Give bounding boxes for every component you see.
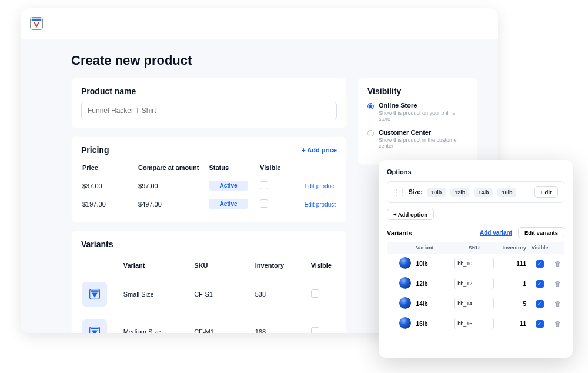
overlay-variant-row: 12lb 1 ✓ 🗑: [387, 274, 564, 294]
svg-rect-1: [32, 19, 42, 21]
option-row: ⋮⋮ Size: 10lb 12lb 14lb 16lb Edit: [387, 181, 564, 203]
ov-variant-name: 16lb: [414, 314, 449, 334]
price-value: $197.00: [82, 195, 137, 212]
pricing-header-status: Status: [209, 161, 259, 176]
ov-variant-name: 12lb: [414, 274, 449, 294]
ov-sku-input[interactable]: [454, 278, 494, 289]
compare-value: $497.00: [138, 195, 208, 212]
visibility-sub: Show this product in the customer center: [379, 137, 468, 149]
variant-thumb-icon[interactable]: [82, 319, 107, 333]
ov-header-visible: Visible: [529, 242, 551, 254]
variant-row: Medium Size CF-M1 168: [82, 314, 336, 333]
visibility-label: Online Store: [379, 102, 468, 109]
variants-header-sku: SKU: [194, 256, 254, 275]
options-title: Options: [387, 168, 564, 175]
option-chip[interactable]: 14lb: [474, 188, 493, 197]
pricing-header-compare: Compare at amount: [138, 161, 208, 176]
variant-image-icon[interactable]: [399, 297, 411, 309]
price-value: $37.00: [82, 177, 137, 194]
page-title: Create new product: [71, 53, 478, 68]
ov-header-variant: Variant: [414, 242, 449, 254]
ov-inventory: 111: [499, 254, 529, 274]
radio-icon[interactable]: [368, 103, 374, 109]
drag-handle-icon[interactable]: ⋮⋮: [393, 188, 404, 197]
ov-variant-name: 14lb: [414, 294, 449, 314]
variant-visible-checkbox[interactable]: [311, 327, 319, 333]
variant-sku: CF-M1: [194, 314, 254, 333]
app-logo-icon: [30, 17, 43, 30]
option-chip[interactable]: 16lb: [497, 188, 516, 197]
pricing-title: Pricing: [81, 145, 109, 155]
variant-image-icon[interactable]: [399, 317, 411, 329]
status-badge[interactable]: Active: [209, 181, 248, 191]
variant-visible-checkbox[interactable]: [311, 289, 319, 298]
edit-variants-button[interactable]: Edit variants: [518, 227, 564, 238]
edit-product-link[interactable]: Edit product: [305, 201, 336, 208]
trash-icon[interactable]: 🗑: [554, 280, 561, 287]
pricing-row: $37.00 $97.00 Active Edit product: [82, 177, 336, 194]
product-name-input[interactable]: [81, 102, 337, 119]
edit-option-button[interactable]: Edit: [534, 186, 558, 198]
variant-image-icon[interactable]: [399, 257, 411, 269]
variant-name: Small Size: [123, 276, 193, 312]
trash-icon[interactable]: 🗑: [554, 300, 561, 307]
svg-rect-5: [91, 328, 98, 329]
add-variant-link[interactable]: Add variant: [480, 229, 512, 236]
visibility-title: Visibility: [368, 86, 468, 96]
edit-product-link[interactable]: Edit product: [305, 183, 336, 189]
pricing-table: Price Compare at amount Status Visible $…: [81, 159, 337, 214]
variant-thumb-icon[interactable]: [82, 282, 107, 307]
ov-inventory: 11: [499, 314, 529, 334]
overlay-variant-row: 16lb 11 ✓ 🗑: [387, 314, 564, 334]
ov-visible-checkbox[interactable]: ✓: [536, 320, 544, 328]
status-badge[interactable]: Active: [209, 199, 248, 209]
trash-icon[interactable]: 🗑: [554, 260, 561, 267]
option-chip[interactable]: 10lb: [427, 188, 446, 197]
pricing-header-visible: Visible: [260, 161, 297, 176]
variants-title: Variants: [81, 239, 337, 249]
ov-sku-input[interactable]: [454, 318, 494, 329]
visible-checkbox[interactable]: [260, 199, 268, 208]
ov-visible-checkbox[interactable]: ✓: [536, 280, 544, 288]
visibility-card: Visibility Online Store Show this produc…: [358, 78, 478, 165]
add-price-link[interactable]: + Add price: [302, 146, 337, 154]
ov-sku-input[interactable]: [454, 298, 494, 309]
variant-image-icon[interactable]: [399, 277, 411, 289]
pricing-row: $197.00 $497.00 Active Edit product: [82, 195, 336, 212]
ov-variant-name: 10lb: [414, 254, 449, 274]
visibility-option[interactable]: Customer Center Show this product in the…: [368, 129, 468, 149]
variants-table: Variant SKU Inventory Visible Small Size…: [81, 255, 337, 333]
overlay-variant-row: 10lb 111 ✓ 🗑: [387, 254, 564, 274]
ov-visible-checkbox[interactable]: ✓: [536, 300, 544, 308]
variant-row: Small Size CF-S1 538: [82, 276, 336, 312]
ov-header-sku: SKU: [449, 242, 499, 254]
ov-visible-checkbox[interactable]: ✓: [536, 260, 544, 268]
svg-rect-3: [91, 290, 98, 292]
ov-sku-input[interactable]: [454, 258, 494, 269]
trash-icon[interactable]: 🗑: [554, 320, 561, 327]
radio-icon[interactable]: [368, 130, 374, 136]
variant-inventory: 538: [255, 276, 310, 312]
variant-sku: CF-S1: [194, 276, 254, 312]
app-topbar: [21, 8, 498, 39]
visibility-label: Customer Center: [379, 129, 468, 136]
variants-header-visible: Visible: [311, 256, 336, 275]
variant-inventory: 168: [255, 314, 310, 333]
overlay-variants-table: Variant SKU Inventory Visible 10lb 111 ✓…: [387, 242, 564, 334]
visibility-sub: Show this product on your online store: [379, 110, 468, 122]
pricing-card: Pricing + Add price Price Compare at amo…: [71, 136, 347, 222]
compare-value: $97.00: [138, 177, 208, 194]
variants-header-variant: Variant: [123, 256, 193, 275]
variants-header-inventory: Inventory: [255, 256, 310, 275]
visibility-option[interactable]: Online Store Show this product on your o…: [368, 102, 468, 122]
product-name-card: Product name: [71, 78, 347, 128]
ov-header-inventory: Inventory: [499, 242, 529, 254]
overlay-variants-title: Variants: [387, 229, 412, 237]
options-overlay-panel: Options ⋮⋮ Size: 10lb 12lb 14lb 16lb Edi…: [379, 160, 573, 358]
pricing-header-price: Price: [82, 161, 137, 176]
add-option-button[interactable]: + Add option: [387, 209, 434, 220]
option-chip[interactable]: 12lb: [450, 188, 469, 197]
product-name-title: Product name: [81, 86, 337, 96]
visible-checkbox[interactable]: [260, 181, 268, 189]
variant-name: Medium Size: [123, 314, 193, 333]
